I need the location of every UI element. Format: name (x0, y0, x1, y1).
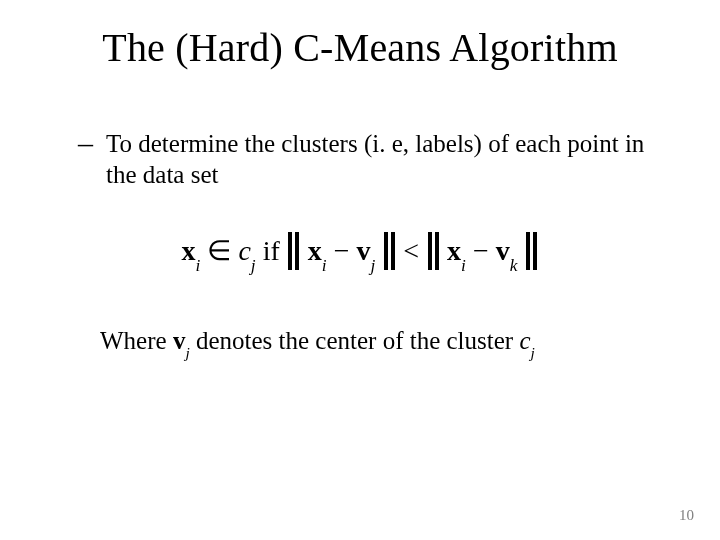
norm-open-2 (426, 235, 440, 266)
bullet-item: –To determine the clusters (i. e, labels… (78, 128, 660, 191)
sub-i-2: i (322, 256, 327, 275)
slide: The (Hard) C-Means Algorithm –To determi… (0, 0, 720, 540)
sub-j-2: j (370, 256, 375, 275)
sub-k: k (510, 256, 518, 275)
sub-i-3: i (461, 256, 466, 275)
sub-j-1: j (251, 256, 256, 275)
var-c: c (238, 235, 250, 266)
minus-2: − (473, 235, 489, 266)
where-v-sub: j (185, 344, 189, 361)
if-text: if (263, 235, 287, 266)
var-x-3: x (447, 235, 461, 266)
var-v-2: v (496, 235, 510, 266)
var-v-1: v (356, 235, 370, 266)
where-text: Where vj denotes the center of the clust… (100, 325, 660, 360)
minus-1: − (334, 235, 350, 266)
member-of: ∈ (207, 235, 231, 266)
norm-close-1 (382, 235, 396, 266)
page-number: 10 (679, 507, 694, 524)
assignment-formula: xi ∈ cj if xi − vj < xi − vk (0, 232, 720, 272)
var-x: x (182, 235, 196, 266)
norm-open-1 (287, 235, 301, 266)
where-v: v (173, 327, 186, 354)
var-x-2: x (308, 235, 322, 266)
sub-i-1: i (196, 256, 201, 275)
lt-sign: < (403, 235, 419, 266)
norm-close-2 (524, 235, 538, 266)
where-mid: denotes the center of the cluster (190, 327, 520, 354)
where-c: c (519, 327, 530, 354)
bullet-text: To determine the clusters (i. e, labels)… (106, 128, 656, 191)
slide-title: The (Hard) C-Means Algorithm (0, 24, 720, 71)
bullet-dash: – (78, 128, 106, 158)
where-prefix: Where (100, 327, 173, 354)
where-c-sub: j (531, 344, 535, 361)
